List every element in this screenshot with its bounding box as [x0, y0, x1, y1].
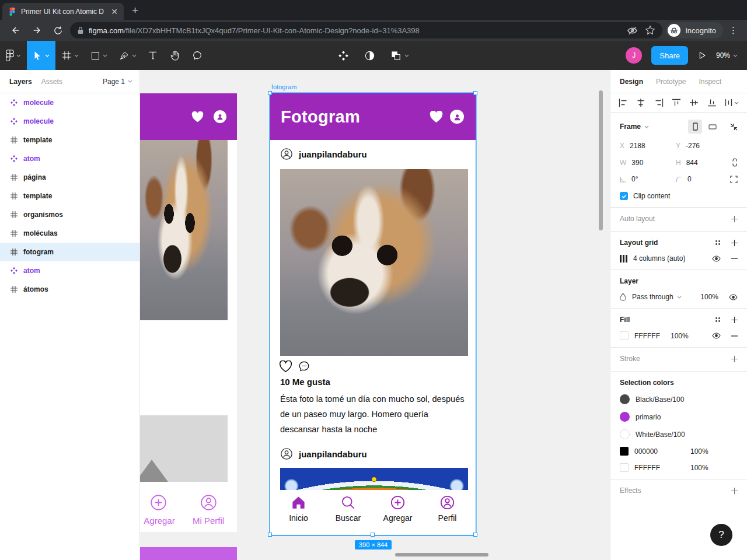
like-heart-icon[interactable]	[279, 360, 292, 373]
tab-close-icon[interactable]: ✕	[111, 8, 118, 16]
layer-item-organismos[interactable]: organismos	[0, 205, 139, 224]
post-username[interactable]: juanpilandaburu	[299, 449, 367, 459]
hand-tool-button[interactable]	[163, 41, 186, 70]
tab-layers[interactable]: Layers	[9, 78, 32, 86]
mask-icon[interactable]	[364, 50, 375, 61]
forward-icon[interactable]	[28, 22, 46, 39]
fill-color-swatch[interactable]	[620, 331, 629, 340]
color-swatch[interactable]	[620, 463, 629, 472]
layer-item-moleculas[interactable]: moléculas	[0, 224, 139, 243]
fill-opacity-field[interactable]: 100%	[671, 332, 689, 340]
user-avatar[interactable]: J	[626, 47, 642, 64]
nav-item-perfil[interactable]: Perfil	[424, 495, 471, 535]
comment-icon[interactable]	[298, 360, 310, 373]
eye-icon[interactable]	[712, 256, 721, 262]
frame-name-label[interactable]: fotogram	[271, 83, 296, 90]
align-top-icon[interactable]	[672, 99, 681, 107]
independent-corners-icon[interactable]	[730, 176, 738, 183]
remove-icon[interactable]	[731, 335, 738, 337]
comment-tool-button[interactable]	[186, 41, 208, 70]
frame-section-label[interactable]: Frame	[620, 123, 641, 131]
height-field[interactable]: 844	[686, 159, 698, 167]
color-swatch[interactable]	[620, 429, 630, 439]
add-icon[interactable]	[731, 356, 738, 362]
eye-icon[interactable]	[712, 332, 721, 339]
present-play-icon[interactable]	[697, 51, 707, 60]
browser-tab[interactable]: Primer UI Kit con Atomic D ✕	[2, 3, 124, 20]
selection-color-row[interactable]: FFFFFF 100%	[620, 463, 738, 472]
landscape-orientation-button[interactable]	[706, 120, 720, 134]
side-nav-miperfil-label[interactable]: Mi Perfil	[189, 516, 228, 526]
add-icon[interactable]	[731, 216, 738, 222]
nav-item-inicio[interactable]: Inicio	[275, 495, 322, 535]
y-position-field[interactable]: -276	[686, 142, 700, 150]
grid-styles-icon[interactable]	[715, 240, 721, 246]
layer-item-template[interactable]: template	[0, 187, 139, 205]
vertical-scrollbar[interactable]	[599, 90, 603, 230]
eye-off-icon[interactable]	[627, 25, 638, 36]
page-selector[interactable]: Page 1	[103, 78, 132, 86]
color-swatch[interactable]	[620, 412, 630, 422]
selection-color-row[interactable]: 000000 100%	[620, 447, 738, 456]
corner-radius-field[interactable]: 0	[687, 175, 692, 183]
color-swatch[interactable]	[620, 394, 630, 404]
layer-item-pagina[interactable]: página	[0, 168, 139, 187]
selection-handle[interactable]	[371, 533, 375, 537]
move-tool-button[interactable]	[27, 41, 55, 70]
remove-icon[interactable]	[731, 258, 738, 259]
align-left-icon[interactable]	[619, 99, 628, 107]
pen-tool-button[interactable]	[113, 41, 142, 70]
text-tool-button[interactable]	[142, 41, 163, 70]
selection-color-row[interactable]: Black/Base/100	[620, 394, 738, 404]
add-icon[interactable]	[731, 488, 738, 494]
boolean-groups-icon[interactable]	[390, 50, 402, 61]
zoom-level-select[interactable]: 90%	[716, 51, 738, 60]
share-button[interactable]: Share	[651, 46, 688, 65]
profile-circle-icon[interactable]	[200, 494, 218, 512]
bookmark-star-icon[interactable]	[645, 25, 655, 36]
bottom-partial-frame[interactable]	[140, 547, 237, 560]
width-field[interactable]: 390	[631, 159, 643, 167]
fill-styles-icon[interactable]	[715, 317, 721, 323]
layer-item-fotogram[interactable]: fotogram	[0, 243, 139, 261]
clip-content-checkbox[interactable]	[620, 192, 628, 200]
color-swatch[interactable]	[620, 447, 629, 456]
fill-hex-field[interactable]: FFFFFF	[634, 332, 671, 340]
selection-handle[interactable]	[268, 91, 272, 95]
selection-handle[interactable]	[473, 91, 477, 95]
tab-inspect[interactable]: Inspect	[699, 78, 721, 86]
selection-handle[interactable]	[473, 533, 477, 537]
add-circle-icon[interactable]	[149, 494, 167, 512]
fotogram-frame[interactable]: Fotogram juanpilandaburu 10 Me gusta Ést…	[270, 93, 476, 535]
frame-tool-button[interactable]	[55, 41, 85, 70]
help-button[interactable]: ?	[710, 524, 732, 546]
resize-to-fit-icon[interactable]	[730, 123, 738, 131]
layer-item-molecule[interactable]: molecule	[0, 112, 139, 131]
eye-icon[interactable]	[729, 294, 738, 300]
layer-item-atom[interactable]: atom	[0, 149, 139, 168]
layer-item-molecule[interactable]: molecule	[0, 93, 139, 112]
rotation-field[interactable]: 0°	[631, 175, 638, 183]
nav-item-buscar[interactable]: Buscar	[325, 495, 372, 535]
constrain-proportions-icon[interactable]	[732, 158, 738, 167]
add-icon[interactable]	[731, 240, 738, 246]
portrait-orientation-button[interactable]	[688, 120, 702, 134]
blend-mode-select[interactable]: Pass through	[632, 293, 673, 301]
align-bottom-icon[interactable]	[707, 99, 717, 107]
selection-handle[interactable]	[268, 533, 272, 537]
layer-item-atom[interactable]: atom	[0, 261, 139, 280]
back-icon[interactable]	[7, 22, 25, 39]
tab-design[interactable]: Design	[620, 78, 643, 86]
add-icon[interactable]	[731, 317, 738, 323]
layer-item-template[interactable]: template	[0, 131, 139, 149]
reload-icon[interactable]	[49, 22, 67, 39]
align-right-icon[interactable]	[654, 99, 664, 107]
new-tab-button[interactable]: +	[132, 4, 138, 17]
selection-color-row[interactable]: White/Base/100	[620, 429, 738, 439]
side-nav-agregar-label[interactable]: Agregar	[141, 516, 177, 526]
tab-assets[interactable]: Assets	[41, 78, 62, 86]
align-v-center-icon[interactable]	[689, 99, 699, 107]
horizontal-scrollbar[interactable]	[395, 553, 488, 556]
distribute-icon[interactable]	[725, 99, 732, 107]
post-username[interactable]: juanpilandaburu	[299, 149, 367, 159]
